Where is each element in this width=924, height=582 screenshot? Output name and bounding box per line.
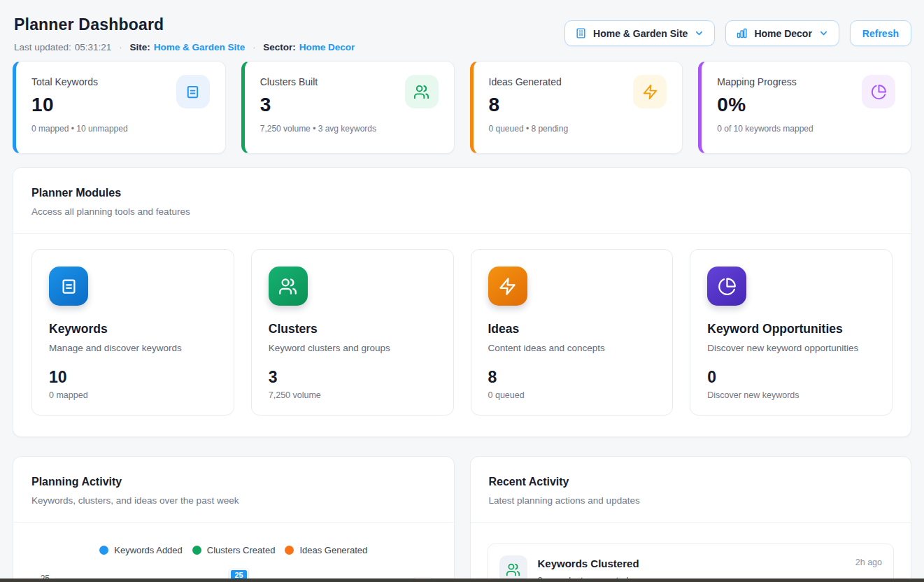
- module-card-clusters[interactable]: Clusters Keyword clusters and groups 3 7…: [251, 249, 454, 416]
- page-header: Planner Dashboard Last updated: 05:31:21…: [13, 0, 911, 52]
- module-description: Keyword clusters and groups: [269, 343, 436, 353]
- module-detail: 0 queued: [488, 390, 656, 400]
- module-description: Discover new keyword opportunities: [707, 343, 875, 353]
- pie-chart-icon: [718, 277, 737, 296]
- meta-separator: ·: [253, 43, 255, 52]
- sector-label: Sector:: [263, 42, 296, 52]
- activity-item-title: Keywords Clustered: [538, 558, 639, 569]
- stat-detail: 0 queued • 8 pending: [489, 124, 667, 134]
- activity-chart: Keywords Added Clusters Created Ideas Ge…: [13, 545, 454, 582]
- lightning-icon: [642, 84, 658, 100]
- sector-selector-dropdown[interactable]: Home Decor: [725, 20, 839, 46]
- document-icon: [59, 277, 78, 296]
- planning-activity-header: Planning Activity Keywords, clusters, an…: [13, 457, 454, 523]
- planning-activity-subtitle: Keywords, clusters, and ideas over the p…: [31, 495, 436, 506]
- module-detail: 7,250 volume: [269, 390, 436, 400]
- pie-chart-icon: [871, 84, 887, 100]
- stat-detail: 0 of 10 keywords mapped: [717, 124, 895, 134]
- lightning-icon: [498, 277, 517, 296]
- page-title: Planner Dashboard: [14, 15, 355, 34]
- module-card-keywords[interactable]: Keywords Manage and discover keywords 10…: [31, 249, 234, 416]
- legend-item-ideas-generated[interactable]: Ideas Generated: [285, 545, 367, 555]
- users-icon: [278, 277, 297, 296]
- recent-activity-subtitle: Latest planning actions and updates: [489, 495, 893, 506]
- activity-item-time: 2h ago: [855, 558, 882, 567]
- module-value: 8: [488, 368, 656, 387]
- last-updated-label: Last updated:: [14, 42, 71, 52]
- module-icon-chip: [269, 267, 308, 306]
- module-value: 0: [707, 368, 875, 387]
- stat-card-mapping-progress: Mapping Progress 0% 0 of 10 keywords map…: [698, 61, 911, 154]
- modules-panel-title: Planner Modules: [31, 187, 893, 199]
- module-description: Content ideas and concepts: [488, 343, 656, 353]
- stat-icon-chip: [862, 75, 895, 108]
- module-value: 10: [49, 368, 217, 387]
- header-meta: Last updated: 05:31:21 · Site: Home & Ga…: [14, 42, 355, 52]
- planning-activity-panel: Planning Activity Keywords, clusters, an…: [13, 456, 455, 582]
- module-value: 3: [269, 368, 436, 387]
- planning-activity-title: Planning Activity: [31, 476, 436, 488]
- stat-detail: 0 mapped • 10 unmapped: [31, 124, 210, 134]
- planner-dashboard-page: Planner Dashboard Last updated: 05:31:21…: [0, 0, 924, 582]
- last-updated-value: 05:31:21: [75, 42, 112, 52]
- module-icon-chip: [707, 267, 746, 306]
- sector-selector-label: Home Decor: [754, 28, 811, 39]
- module-description: Manage and discover keywords: [49, 343, 217, 353]
- module-title: Keyword Opportunities: [707, 322, 875, 336]
- modules-grid: Keywords Manage and discover keywords 10…: [13, 234, 911, 436]
- recent-activity-panel: Recent Activity Latest planning actions …: [470, 456, 912, 582]
- stat-card-clusters-built: Clusters Built 3 7,250 volume • 3 avg ke…: [241, 61, 455, 154]
- header-toolbar: Home & Garden Site Home Decor Refresh: [564, 20, 911, 46]
- recent-activity-title: Recent Activity: [489, 476, 893, 488]
- activity-item-keywords-clustered: Keywords Clustered 3 new clusters create…: [488, 544, 895, 582]
- legend-label: Keywords Added: [114, 545, 183, 555]
- legend-dot-green: [192, 546, 201, 555]
- module-detail: 0 mapped: [49, 390, 217, 400]
- module-icon-chip: [49, 267, 88, 306]
- bottom-screen-edge-bar: [0, 579, 924, 582]
- sector-link[interactable]: Home Decor: [299, 42, 355, 52]
- site-selector-dropdown[interactable]: Home & Garden Site: [564, 20, 715, 46]
- legend-dot-orange: [285, 546, 294, 555]
- stat-card-ideas-generated: Ideas Generated 8 0 queued • 8 pending: [470, 61, 683, 154]
- legend-item-clusters-created[interactable]: Clusters Created: [192, 545, 276, 555]
- users-icon: [506, 562, 520, 577]
- header-left: Planner Dashboard Last updated: 05:31:21…: [13, 15, 355, 52]
- module-title: Ideas: [488, 322, 656, 336]
- site-label: Site:: [129, 42, 150, 52]
- users-icon: [413, 84, 429, 100]
- site-link[interactable]: Home & Garden Site: [154, 42, 246, 52]
- module-card-ideas[interactable]: Ideas Content ideas and concepts 8 0 que…: [471, 249, 674, 416]
- recent-activity-header: Recent Activity Latest planning actions …: [471, 457, 911, 523]
- chevron-down-icon: [694, 28, 704, 38]
- module-detail: Discover new keywords: [707, 390, 875, 400]
- building-icon: [575, 27, 587, 39]
- stat-icon-chip: [405, 75, 439, 108]
- stat-icon-chip: [176, 75, 210, 108]
- modules-panel-subtitle: Access all planning tools and features: [31, 206, 893, 217]
- module-card-keyword-opportunities[interactable]: Keyword Opportunities Discover new keywo…: [690, 249, 893, 416]
- recent-activity-list: Keywords Clustered 3 new clusters create…: [471, 523, 911, 582]
- document-icon: [185, 84, 201, 100]
- module-title: Clusters: [269, 322, 436, 336]
- legend-dot-blue: [99, 546, 108, 555]
- legend-label: Ideas Generated: [299, 545, 367, 555]
- modules-panel-header: Planner Modules Access all planning tool…: [13, 168, 911, 234]
- legend-item-keywords-added[interactable]: Keywords Added: [99, 545, 183, 555]
- legend-label: Clusters Created: [207, 545, 276, 555]
- planner-modules-panel: Planner Modules Access all planning tool…: [13, 167, 911, 437]
- module-title: Keywords: [49, 322, 217, 336]
- stat-detail: 7,250 volume • 3 avg keywords: [260, 124, 439, 134]
- stat-card-total-keywords: Total Keywords 10 0 mapped • 10 unmapped: [13, 61, 226, 154]
- chevron-down-icon: [818, 28, 829, 38]
- refresh-label: Refresh: [862, 28, 899, 39]
- stat-icon-chip: [633, 75, 667, 108]
- meta-separator: ·: [119, 43, 122, 52]
- chart-legend: Keywords Added Clusters Created Ideas Ge…: [13, 545, 454, 555]
- module-icon-chip: [488, 267, 527, 306]
- site-selector-label: Home & Garden Site: [593, 28, 688, 39]
- bar-chart-icon: [736, 27, 748, 39]
- refresh-button[interactable]: Refresh: [850, 20, 911, 46]
- stats-row: Total Keywords 10 0 mapped • 10 unmapped…: [13, 61, 911, 154]
- bottom-row: Planning Activity Keywords, clusters, an…: [13, 456, 911, 582]
